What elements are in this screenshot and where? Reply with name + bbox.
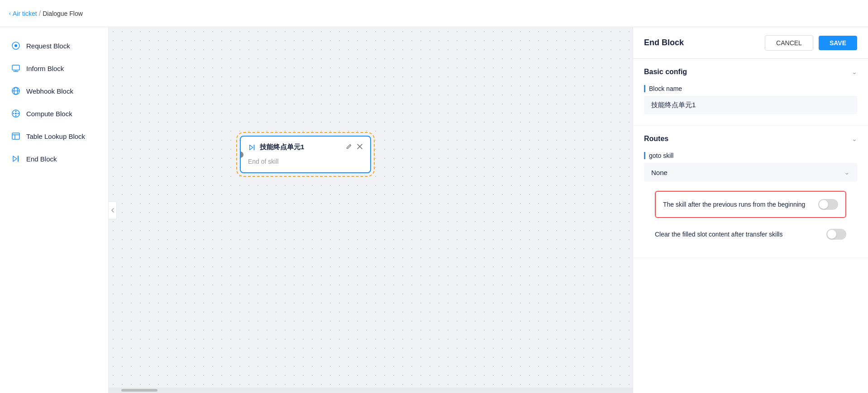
canvas: 技能终点单元1 bbox=[109, 27, 633, 393]
panel-title: End Block bbox=[644, 38, 684, 47]
block-name-input[interactable] bbox=[644, 96, 857, 114]
svg-point-7 bbox=[13, 113, 14, 114]
goto-skill-dropdown[interactable]: None ⌄ bbox=[644, 163, 857, 182]
node-title-text: 技能终点单元1 bbox=[260, 143, 304, 152]
sidebar-item-end[interactable]: End Block bbox=[0, 147, 108, 170]
sidebar-item-compute[interactable]: Compute Block bbox=[0, 102, 108, 125]
svg-point-9 bbox=[15, 111, 17, 112]
breadcrumb-current: Dialogue Flow bbox=[43, 10, 83, 17]
goto-skill-value: None bbox=[651, 169, 668, 176]
svg-point-10 bbox=[15, 115, 17, 117]
clear-slot-toggle-row: Clear the filled slot content after tran… bbox=[644, 222, 857, 247]
save-button[interactable]: SAVE bbox=[819, 36, 857, 50]
sidebar-item-table-lookup[interactable]: Table Lookup Block bbox=[0, 125, 108, 147]
clear-slot-toggle[interactable] bbox=[826, 229, 846, 240]
sidebar-item-request-label: Request Block bbox=[26, 42, 70, 50]
clear-slot-label: Clear the filled slot content after tran… bbox=[655, 231, 819, 238]
flow-node: 技能终点单元1 bbox=[240, 136, 371, 173]
previous-runs-toggle-row: The skill after the previous runs from t… bbox=[655, 191, 846, 218]
goto-skill-field: goto skill None ⌄ bbox=[644, 152, 857, 182]
sidebar-item-compute-label: Compute Block bbox=[26, 110, 72, 118]
sidebar-item-webhook-label: Webhook Block bbox=[26, 87, 73, 95]
sidebar-item-request[interactable]: Request Block bbox=[0, 34, 108, 57]
back-label: Air ticket bbox=[13, 10, 37, 17]
basic-config-title: Basic config bbox=[644, 68, 687, 76]
node-actions bbox=[346, 143, 363, 151]
compute-icon bbox=[11, 109, 21, 118]
routes-body: goto skill None ⌄ The skill after the pr… bbox=[633, 152, 868, 258]
back-link[interactable]: ‹ Air ticket bbox=[9, 10, 37, 17]
basic-config-section: Basic config ⌄ Block name bbox=[633, 59, 868, 126]
goto-skill-chevron-icon: ⌄ bbox=[844, 168, 850, 176]
node-body: End of skill bbox=[241, 156, 370, 172]
previous-runs-label: The skill after the previous runs from t… bbox=[663, 201, 811, 208]
main-layout: Request Block Inform Block Webhook B bbox=[0, 27, 868, 393]
panel-header: End Block CANCEL SAVE bbox=[633, 27, 868, 59]
goto-skill-label: goto skill bbox=[644, 152, 857, 159]
breadcrumb-separator: / bbox=[39, 9, 41, 18]
sidebar: Request Block Inform Block Webhook B bbox=[0, 27, 109, 393]
basic-config-body: Block name bbox=[633, 85, 868, 125]
node-close-button[interactable] bbox=[357, 143, 363, 151]
panel-actions: CANCEL SAVE bbox=[765, 35, 857, 51]
svg-point-1 bbox=[14, 44, 17, 47]
previous-runs-knob bbox=[819, 200, 828, 209]
cancel-button[interactable]: CANCEL bbox=[765, 35, 813, 51]
routes-title: Routes bbox=[644, 135, 668, 143]
block-name-label: Block name bbox=[644, 85, 857, 92]
basic-config-header[interactable]: Basic config ⌄ bbox=[633, 59, 868, 85]
clear-slot-knob bbox=[827, 230, 836, 239]
sidebar-item-inform[interactable]: Inform Block bbox=[0, 57, 108, 80]
table-icon bbox=[11, 131, 21, 141]
webhook-icon bbox=[11, 86, 21, 96]
svg-point-6 bbox=[15, 113, 17, 114]
request-icon bbox=[11, 41, 21, 51]
collapse-button[interactable] bbox=[109, 201, 117, 219]
basic-config-chevron-icon: ⌄ bbox=[852, 68, 857, 76]
right-panel: End Block CANCEL SAVE Basic config ⌄ Blo… bbox=[633, 27, 868, 393]
header: ‹ Air ticket / Dialogue Flow bbox=[0, 0, 868, 27]
svg-point-8 bbox=[18, 113, 19, 114]
node-subtitle: End of skill bbox=[248, 158, 279, 165]
previous-runs-toggle[interactable] bbox=[818, 199, 838, 210]
svg-rect-2 bbox=[12, 65, 19, 70]
end-icon bbox=[11, 154, 21, 164]
sidebar-item-inform-label: Inform Block bbox=[26, 65, 64, 72]
back-arrow-icon: ‹ bbox=[9, 10, 11, 17]
node-card[interactable]: 技能终点单元1 bbox=[240, 136, 371, 173]
node-title: 技能终点单元1 bbox=[248, 143, 304, 152]
sidebar-item-table-lookup-label: Table Lookup Block bbox=[26, 133, 85, 140]
inform-icon bbox=[11, 63, 21, 73]
routes-chevron-icon: ⌄ bbox=[852, 135, 857, 142]
sidebar-item-end-label: End Block bbox=[26, 155, 57, 163]
sidebar-item-webhook[interactable]: Webhook Block bbox=[0, 80, 108, 102]
svg-rect-11 bbox=[12, 133, 19, 139]
panel-body: Basic config ⌄ Block name Routes ⌄ bbox=[633, 59, 868, 393]
routes-header[interactable]: Routes ⌄ bbox=[633, 126, 868, 152]
node-edit-button[interactable] bbox=[346, 143, 352, 151]
routes-section: Routes ⌄ goto skill None ⌄ bbox=[633, 126, 868, 258]
node-header: 技能终点单元1 bbox=[241, 137, 370, 156]
